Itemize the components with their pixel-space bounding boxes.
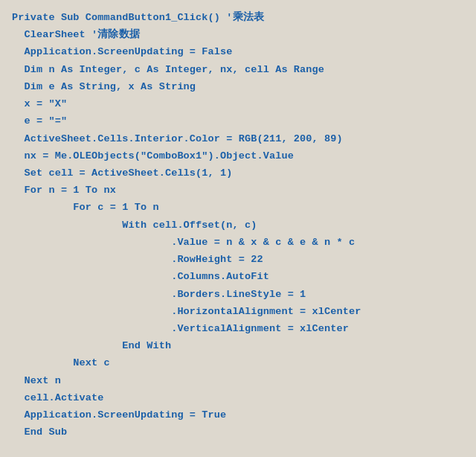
- code-line: nx = Me.OLEObjects("ComboBox1").Object.V…: [12, 147, 464, 164]
- code-line: For c = 1 To n: [12, 199, 464, 216]
- code-line: cell.Activate: [12, 389, 464, 406]
- code-line: End With: [12, 337, 464, 354]
- code-line: For n = 1 To nx: [12, 182, 464, 199]
- code-line: .RowHeight = 22: [12, 251, 464, 268]
- code-editor: Private Sub CommandButton1_Click() '乘法表 …: [0, 0, 476, 457]
- code-line: .HorizontalAlignment = xlCenter: [12, 303, 464, 320]
- code-line: Application.ScreenUpdating = False: [12, 43, 464, 60]
- code-line: .VerticalAlignment = xlCenter: [12, 320, 464, 337]
- code-line: .Columns.AutoFit: [12, 268, 464, 285]
- code-line: Application.ScreenUpdating = True: [12, 406, 464, 424]
- code-line: e = "=": [12, 112, 464, 130]
- code-line: Next c: [12, 354, 464, 371]
- code-line: Dim n As Integer, c As Integer, nx, cell…: [12, 61, 464, 78]
- code-line: .Value = n & x & c & e & n * c: [12, 234, 464, 251]
- code-line: With cell.Offset(n, c): [12, 217, 464, 234]
- code-line: x = "X": [12, 95, 464, 112]
- code-line: Set cell = ActiveSheet.Cells(1, 1): [12, 164, 464, 182]
- code-line: End Sub: [12, 424, 464, 441]
- code-line: ClearSheet '清除数据: [12, 26, 464, 43]
- code-line: Dim e As String, x As String: [12, 78, 464, 95]
- code-line: Private Sub CommandButton1_Click() '乘法表: [12, 9, 464, 26]
- code-line: Next n: [12, 372, 464, 389]
- code-line: ActiveSheet.Cells.Interior.Color = RGB(2…: [12, 130, 464, 147]
- code-line: .Borders.LineStyle = 1: [12, 286, 464, 303]
